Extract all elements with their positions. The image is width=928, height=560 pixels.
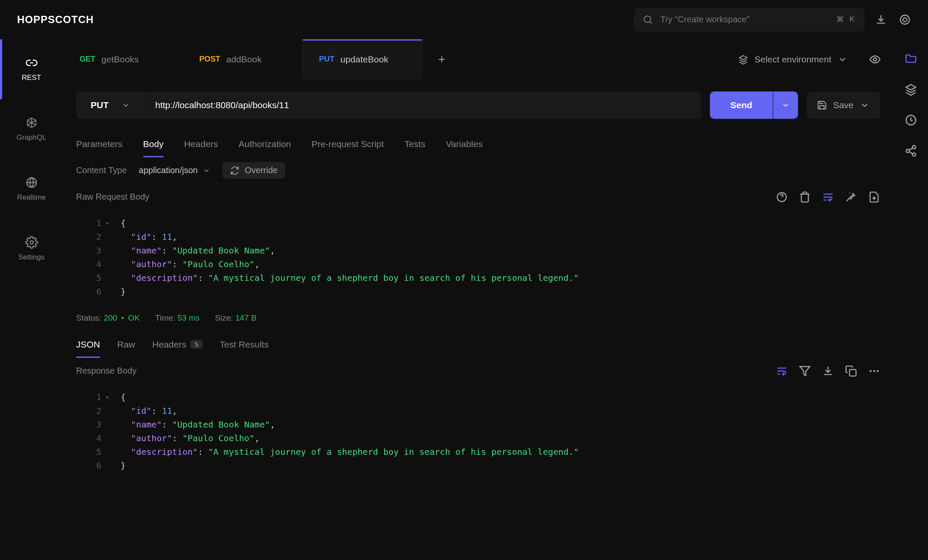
environment-select[interactable]: Select environment <box>731 54 854 65</box>
tab-method: POST <box>199 55 220 64</box>
save-icon <box>817 100 827 110</box>
status-row: Status: 200 • OK Time: 53 ms Size: 147 B <box>63 305 893 331</box>
response-tab-testresults[interactable]: Test Results <box>220 331 269 357</box>
chevron-down-icon <box>860 100 870 110</box>
save-button[interactable]: Save <box>807 91 880 119</box>
response-tab-json[interactable]: JSON <box>76 331 100 357</box>
svg-point-12 <box>912 146 916 149</box>
request-tabs: GET getBooks POST addBook PUT updateBook <box>63 39 893 80</box>
link-icon <box>25 56 38 69</box>
refresh-icon <box>230 166 239 175</box>
download-icon[interactable] <box>875 14 887 26</box>
response-tab-headers[interactable]: Headers 5 <box>152 331 203 357</box>
search-box[interactable]: Try "Create workspace" ⌘ K <box>634 8 865 32</box>
tab-getbooks[interactable]: GET getBooks <box>63 39 183 79</box>
tab-method: GET <box>80 55 95 64</box>
upload-file-icon[interactable] <box>868 191 880 203</box>
clock-icon[interactable] <box>904 114 917 127</box>
app-title: HOPPSCOTCH <box>17 14 94 26</box>
send-button[interactable]: Send <box>710 91 773 119</box>
svg-point-0 <box>644 16 650 22</box>
svg-point-8 <box>870 370 871 371</box>
url-row: PUT http://localhost:8080/api/books/11 S… <box>63 80 893 131</box>
request-section-tabs: Parameters Body Headers Authorization Pr… <box>63 131 893 157</box>
override-button[interactable]: Override <box>222 162 285 179</box>
section-tab-tests[interactable]: Tests <box>405 131 426 157</box>
sidebar-item-realtime[interactable]: Realtime <box>0 159 63 219</box>
editor-gutter: 1▾ 2 3 4 5 6 <box>63 384 110 560</box>
chevron-down-icon <box>837 54 848 65</box>
filter-icon[interactable] <box>799 365 811 377</box>
response-body-editor[interactable]: 1▾ 2 3 4 5 6 { "id": 11, "name": "Update… <box>63 384 893 560</box>
sidebar-item-settings[interactable]: Settings <box>0 219 63 279</box>
method-select[interactable]: PUT <box>76 91 145 119</box>
tab-updatebook[interactable]: PUT updateBook <box>303 39 423 79</box>
trash-icon[interactable] <box>799 191 811 203</box>
response-body-header: Response Body <box>63 358 893 384</box>
tab-name: addBook <box>226 54 262 65</box>
chevron-down-icon <box>781 101 790 109</box>
headers-count-badge: 5 <box>190 340 202 349</box>
tab-addbook[interactable]: POST addBook <box>183 39 303 79</box>
help-icon[interactable] <box>776 191 788 203</box>
raw-body-title: Raw Request Body <box>76 192 149 202</box>
sidebar-item-rest[interactable]: REST <box>0 39 63 99</box>
sidebar-item-graphql[interactable]: GraphQL <box>0 99 63 159</box>
section-tab-authorization[interactable]: Authorization <box>239 131 291 157</box>
top-bar: HOPPSCOTCH Try "Create workspace" ⌘ K <box>0 0 928 39</box>
search-placeholder: Try "Create workspace" <box>660 15 828 24</box>
wrap-icon[interactable] <box>822 191 834 203</box>
search-icon <box>642 14 653 25</box>
svg-point-13 <box>906 149 909 153</box>
layers-icon[interactable] <box>904 83 917 96</box>
svg-point-5 <box>874 58 877 61</box>
section-tab-prerequest[interactable]: Pre-request Script <box>311 131 384 157</box>
copy-icon[interactable] <box>845 365 857 377</box>
right-sidebar <box>893 39 928 560</box>
tab-name: getBooks <box>101 54 139 65</box>
folder-icon[interactable] <box>904 52 917 65</box>
eye-icon[interactable] <box>869 53 881 65</box>
left-sidebar: REST GraphQL Realtime Settings <box>0 39 63 560</box>
chevron-down-icon <box>121 101 130 109</box>
editor-code: { "id": 11, "name": "Updated Book Name",… <box>110 384 589 560</box>
sidebar-item-label: GraphQL <box>17 133 47 142</box>
plus-icon <box>437 54 447 65</box>
section-tab-headers[interactable]: Headers <box>184 131 218 157</box>
section-tab-parameters[interactable]: Parameters <box>76 131 123 157</box>
sidebar-item-label: Settings <box>18 253 44 262</box>
svg-point-1 <box>901 15 910 24</box>
shortcut-hint: ⌘ K <box>835 14 856 25</box>
response-body-title: Response Body <box>76 366 136 376</box>
wrap-icon[interactable] <box>776 365 788 377</box>
response-tabs: JSON Raw Headers 5 Test Results <box>63 331 893 358</box>
add-tab-button[interactable] <box>423 39 461 79</box>
gear-icon <box>25 236 38 249</box>
download-icon[interactable] <box>822 365 834 377</box>
tab-method: PUT <box>319 55 334 64</box>
section-tab-body[interactable]: Body <box>143 131 164 157</box>
globe-icon <box>25 176 38 189</box>
tab-name: updateBook <box>340 54 388 65</box>
response-tab-raw[interactable]: Raw <box>117 331 135 357</box>
help-icon[interactable] <box>899 14 911 26</box>
send-dropdown[interactable] <box>773 91 798 119</box>
sidebar-item-label: REST <box>22 74 41 82</box>
svg-point-14 <box>912 153 916 156</box>
svg-point-4 <box>30 241 33 244</box>
url-input[interactable]: http://localhost:8080/api/books/11 <box>145 91 701 119</box>
layers-icon <box>738 54 748 65</box>
svg-point-2 <box>903 18 907 21</box>
magic-icon[interactable] <box>845 191 857 203</box>
content-type-select[interactable]: application/json <box>139 165 211 175</box>
more-icon[interactable] <box>868 365 880 377</box>
request-body-editor[interactable]: 1▾ 2 3 4 5 6 { "id": 11, "name": "Update… <box>63 210 893 305</box>
editor-code: { "id": 11, "name": "Updated Book Name",… <box>110 210 589 304</box>
svg-rect-7 <box>850 369 856 376</box>
environment-label: Select environment <box>754 54 831 65</box>
sidebar-item-label: Realtime <box>17 193 46 202</box>
section-tab-variables[interactable]: Variables <box>446 131 483 157</box>
content-type-row: Content Type application/json Override <box>63 157 893 184</box>
svg-point-9 <box>874 370 875 371</box>
share-icon[interactable] <box>904 144 917 157</box>
